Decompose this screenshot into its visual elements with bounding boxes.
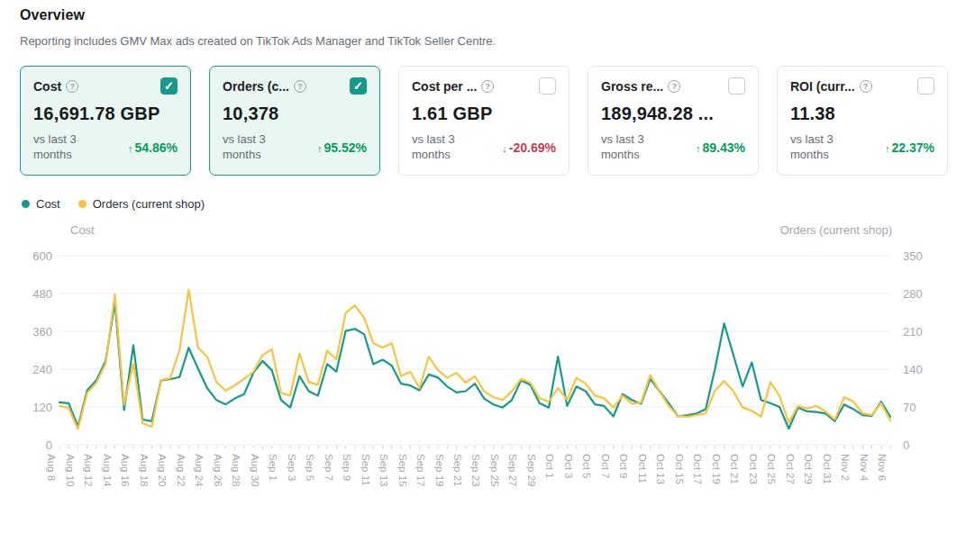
x-axis-date-label: Oct 25 [766, 454, 777, 484]
x-axis-date-label: Sep 25 [489, 454, 500, 486]
x-axis-date-label: Aug 22 [176, 454, 187, 486]
chart-legend: Cost Orders (current shop) [22, 197, 948, 211]
help-icon[interactable]: ? [668, 80, 680, 93]
chart-svg[interactable]: 0120240360480600070140210280350Aug 8Aug … [20, 237, 948, 516]
compare-period-label: vs last 3 months [790, 132, 853, 163]
trend-arrow-icon: ↑ [885, 143, 890, 154]
metric-checkbox[interactable] [539, 77, 556, 95]
x-axis-date-label: Oct 27 [785, 454, 796, 484]
left-axis-title: Cost [70, 223, 95, 237]
x-axis-date-label: Oct 29 [803, 454, 814, 484]
metric-value: 10,378 [223, 104, 367, 124]
left-axis-tick-label: 0 [46, 438, 52, 452]
delta-badge: ↑89.43% [696, 140, 745, 155]
metric-checkbox[interactable]: ✓ [350, 77, 367, 95]
x-axis-date-label: Sep 29 [526, 454, 537, 486]
x-axis-date-label: Oct 19 [711, 454, 722, 484]
delta-badge: ↓-20.69% [502, 140, 556, 155]
trend-arrow-icon: ↑ [696, 143, 701, 154]
x-axis-date-label: Nov 4 [859, 454, 870, 482]
x-axis-date-label: Aug 30 [250, 454, 260, 486]
x-axis-date-label: Oct 11 [637, 454, 648, 483]
right-axis-title: Orders (current shop) [780, 223, 892, 237]
metric-label: Gross re... [601, 79, 663, 94]
compare-period-label: vs last 3 months [412, 132, 475, 163]
help-icon[interactable]: ? [481, 80, 494, 93]
line-chart: 0120240360480600070140210280350Aug 8Aug … [20, 237, 948, 519]
metric-checkbox[interactable] [728, 77, 745, 95]
x-axis-date-label: Aug 24 [194, 454, 205, 487]
trend-arrow-icon: ↑ [317, 143, 323, 154]
x-axis-date-label: Nov 6 [877, 454, 888, 481]
x-axis-date-label: Sep 3 [287, 454, 297, 481]
metric-card-orders[interactable]: Orders (c... ? ✓ 10,378 vs last 3 months… [209, 66, 380, 176]
legend-dot-orders [78, 200, 87, 208]
legend-item-cost[interactable]: Cost [22, 197, 60, 211]
x-axis-date-label: Aug 10 [65, 454, 76, 486]
compare-period-label: vs last 3 months [601, 132, 664, 163]
metric-label: ROI (curr... [790, 79, 855, 94]
metric-card-cost-per[interactable]: Cost per ... ? 1.61 GBP vs last 3 months… [398, 66, 570, 176]
compare-period-label: vs last 3 months [33, 132, 96, 163]
x-axis-date-label: Oct 21 [729, 454, 740, 484]
help-icon[interactable]: ? [860, 80, 872, 93]
metric-label: Cost [33, 79, 61, 94]
delta-badge: ↑95.52% [317, 140, 367, 155]
right-axis-tick-label: 350 [903, 249, 923, 263]
x-axis-date-label: Sep 5 [305, 454, 315, 481]
x-axis-date-label: Oct 23 [748, 454, 759, 484]
right-axis-tick-label: 0 [903, 438, 909, 452]
metric-value: 189,948.28 ... [601, 104, 745, 124]
x-axis-date-label: Sep 7 [324, 454, 334, 481]
metric-cards-row: Cost ? ✓ 16,691.78 GBP vs last 3 months … [20, 66, 948, 176]
left-axis-tick-label: 240 [32, 363, 52, 376]
metric-label: Cost per ... [412, 79, 477, 94]
trend-arrow-icon: ↑ [128, 143, 133, 154]
x-axis-date-label: Oct 5 [581, 454, 592, 478]
left-axis-tick-label: 120 [32, 401, 52, 414]
x-axis-date-label: Oct 9 [618, 454, 629, 478]
metric-value: 11.38 [790, 104, 934, 124]
metric-value: 1.61 GBP [412, 104, 556, 124]
right-axis-tick-label: 140 [903, 363, 923, 376]
x-axis-date-label: Sep 9 [342, 454, 352, 481]
metric-label: Orders (c... [223, 79, 289, 94]
right-axis-tick-label: 70 [903, 401, 916, 414]
overview-page: Overview Reporting includes GMV Max ads … [0, 0, 966, 519]
metric-checkbox[interactable]: ✓ [160, 77, 178, 95]
delta-badge: ↑22.37% [885, 140, 934, 155]
metric-card-cost[interactable]: Cost ? ✓ 16,691.78 GBP vs last 3 months … [20, 66, 191, 176]
metric-value: 16,691.78 GBP [33, 104, 178, 124]
x-axis-date-label: Oct 3 [563, 454, 574, 478]
x-axis-date-label: Sep 27 [507, 454, 518, 486]
right-axis-tick-label: 280 [903, 287, 923, 301]
x-axis-date-label: Sep 1 [268, 454, 278, 481]
x-axis-date-label: Oct 13 [655, 454, 666, 484]
x-axis-date-label: Aug 18 [139, 454, 150, 486]
x-axis-date-label: Sep 15 [397, 454, 408, 486]
compare-period-label: vs last 3 months [223, 132, 286, 163]
metric-checkbox[interactable] [917, 77, 934, 95]
help-icon[interactable]: ? [66, 80, 78, 93]
x-axis-date-label: Aug 8 [46, 454, 57, 481]
delta-badge: ↑54.86% [128, 140, 178, 155]
left-axis-tick-label: 600 [32, 249, 52, 263]
legend-item-orders[interactable]: Orders (current shop) [78, 197, 205, 211]
x-axis-date-label: Oct 31 [822, 454, 833, 484]
x-axis-date-label: Aug 16 [120, 454, 131, 486]
x-axis-date-label: Aug 26 [213, 454, 223, 486]
x-axis-date-label: Sep 17 [415, 454, 426, 486]
x-axis-date-label: Aug 20 [157, 454, 168, 486]
metric-card-roi[interactable]: ROI (curr... ? 11.38 vs last 3 months ↑2… [777, 66, 948, 176]
metric-card-gross-revenue[interactable]: Gross re... ? 189,948.28 ... vs last 3 m… [588, 66, 759, 176]
x-axis-date-label: Sep 19 [433, 454, 444, 486]
help-icon[interactable]: ? [294, 80, 306, 93]
x-axis-date-label: Nov 2 [840, 454, 851, 481]
x-axis-date-label: Aug 14 [102, 454, 113, 487]
left-axis-tick-label: 360 [32, 325, 52, 339]
legend-dot-cost [22, 200, 30, 208]
x-axis-date-label: Aug 28 [231, 454, 242, 486]
x-axis-date-label: Oct 17 [692, 454, 703, 484]
x-axis-date-label: Sep 11 [360, 454, 371, 486]
page-title: Overview [20, 7, 948, 23]
